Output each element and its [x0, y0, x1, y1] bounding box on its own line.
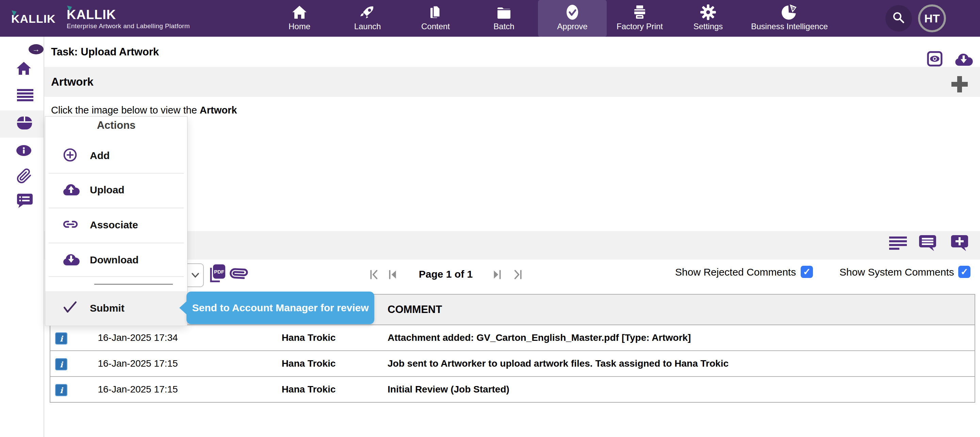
menu-item-associate[interactable]: Associate	[45, 209, 187, 241]
skip-last-icon	[511, 275, 523, 281]
menu-divider	[49, 207, 184, 208]
add-artwork-button[interactable]	[951, 76, 968, 94]
search-icon	[891, 10, 907, 27]
show-system-comments-checkbox[interactable]: ✓	[958, 266, 970, 278]
show-system-comments-label: Show System Comments	[840, 266, 954, 278]
skip-first-icon	[369, 275, 381, 281]
logo-main-text: KALLIK	[67, 8, 116, 22]
nav-factory-print[interactable]: Factory Print	[606, 0, 674, 37]
home-icon	[291, 3, 308, 21]
info-badge-icon[interactable]: i	[55, 358, 67, 370]
sidebar-item-attachments[interactable]	[16, 168, 32, 185]
nav-label: Home	[288, 22, 310, 31]
info-icon	[16, 145, 32, 158]
avatar-initials: HT	[924, 12, 940, 25]
gear-icon	[700, 3, 717, 21]
paperclip-icon	[230, 277, 248, 283]
app-window: KALLIK KALLIK Enterprise Artwork and Lab…	[0, 0, 980, 437]
printer-icon	[632, 3, 648, 21]
attach-file-button[interactable]	[230, 265, 248, 283]
cloud-upload-icon	[62, 182, 80, 198]
comment-row: i 16-Jan-2025 17:15 Hana Trokic Job sent…	[50, 351, 975, 377]
download-artwork-button[interactable]	[954, 52, 973, 68]
logo-small-text: KALLIK	[11, 12, 56, 25]
pagination-prev-button[interactable]	[387, 269, 399, 281]
menu-divider	[49, 242, 184, 243]
comment-text: Job sent to Artworker to upload artwork …	[388, 351, 729, 376]
sidebar-item-comments[interactable]	[16, 193, 33, 210]
documents-icon	[427, 3, 444, 21]
comment-user: Hana Trokic	[258, 325, 360, 350]
preview-eye-button[interactable]	[927, 51, 943, 68]
text-lines-button[interactable]	[889, 236, 907, 252]
nav-label: Settings	[694, 22, 723, 31]
menu-item-submit[interactable]: Submit	[45, 292, 187, 325]
menu-section-separator	[94, 284, 173, 285]
export-pdf-button[interactable]: PDF	[209, 264, 226, 285]
add-comment-button[interactable]	[950, 234, 969, 253]
comment-plus-icon	[950, 247, 969, 252]
kallik-logo-small: KALLIK	[11, 12, 56, 25]
menu-item-upload[interactable]: Upload	[45, 174, 187, 206]
pagination-last-button[interactable]	[511, 269, 523, 281]
checkmark-icon: ✓	[803, 266, 811, 277]
sidebar-item-menu[interactable]	[17, 89, 33, 103]
user-avatar[interactable]: HT	[918, 5, 946, 32]
nav-label: Approve	[557, 22, 587, 31]
info-badge-icon[interactable]: i	[55, 384, 67, 396]
top-nav-bar: KALLIK KALLIK Enterprise Artwork and Lab…	[0, 0, 980, 37]
circle-plus-icon	[62, 147, 78, 164]
nav-content[interactable]: Content	[401, 0, 469, 37]
view-comments-button[interactable]	[918, 234, 937, 253]
nav-home[interactable]: Home	[266, 0, 334, 37]
pie-chart-icon	[781, 3, 798, 21]
arrow-right-icon: →	[32, 45, 40, 54]
task-header-row: Task: Upload Artwork	[44, 37, 980, 67]
sidebar-item-info[interactable]	[16, 145, 32, 158]
pdf-icon: PDF	[209, 279, 226, 284]
actions-menu-title: Actions	[45, 119, 187, 131]
nav-label: Launch	[354, 22, 381, 31]
menu-item-label: Associate	[90, 219, 138, 231]
tooltip-text: Send to Account Manager for review	[192, 302, 369, 314]
comment-row: i 16-Jan-2025 17:15 Hana Trokic Initial …	[50, 377, 975, 402]
comment-text: Attachment added: GV_Carton_English_Mast…	[388, 325, 691, 350]
sidebar-expand-button[interactable]: →	[29, 44, 43, 54]
comment-text: Initial Review (Job Started)	[388, 377, 509, 402]
nav-batch[interactable]: Batch	[470, 0, 538, 37]
checkmark-icon: ✓	[961, 266, 969, 277]
nav-settings[interactable]: Settings	[674, 0, 742, 37]
nav-label: Factory Print	[617, 22, 663, 31]
comment-date: 16-Jan-2025 17:15	[81, 351, 195, 376]
show-rejected-comments-checkbox[interactable]: ✓	[801, 266, 813, 278]
nav-business-intelligence[interactable]: Business Intelligence	[745, 0, 834, 37]
menu-item-download[interactable]: Download	[45, 244, 187, 276]
artwork-section-bar: Artwork	[44, 67, 980, 97]
show-rejected-comments-label: Show Rejected Comments	[675, 266, 796, 278]
menu-item-label: Download	[90, 254, 138, 266]
cloud-download-icon	[62, 252, 80, 268]
pagination-first-button[interactable]	[369, 269, 381, 281]
mouse-icon	[16, 116, 33, 131]
nav-label: Batch	[493, 22, 514, 31]
info-badge-icon[interactable]: i	[55, 332, 67, 345]
chevron-down-icon	[189, 270, 201, 280]
submit-tooltip: Send to Account Manager for review	[186, 291, 374, 324]
comment-lines-icon	[918, 247, 937, 252]
left-sidebar: →	[0, 37, 44, 437]
comment-date: 16-Jan-2025 17:15	[81, 377, 195, 402]
nav-approve[interactable]: Approve	[538, 0, 607, 37]
paperclip-icon	[16, 168, 32, 185]
actions-menu: Actions Add Upload Associate	[45, 116, 188, 326]
comment-column-header: COMMENT	[388, 294, 442, 325]
search-button[interactable]	[885, 5, 912, 32]
nav-launch[interactable]: Launch	[334, 0, 401, 37]
pagination-next-button[interactable]	[491, 269, 503, 281]
nav-label: Content	[421, 22, 450, 31]
instruction-prefix: Click the image below to view the	[51, 104, 200, 116]
sidebar-item-home[interactable]	[16, 60, 32, 78]
kallik-logo-main: KALLIK	[67, 8, 116, 22]
menu-item-add[interactable]: Add	[45, 139, 187, 172]
step-next-icon	[491, 275, 503, 281]
sidebar-item-mouse[interactable]	[16, 116, 33, 131]
